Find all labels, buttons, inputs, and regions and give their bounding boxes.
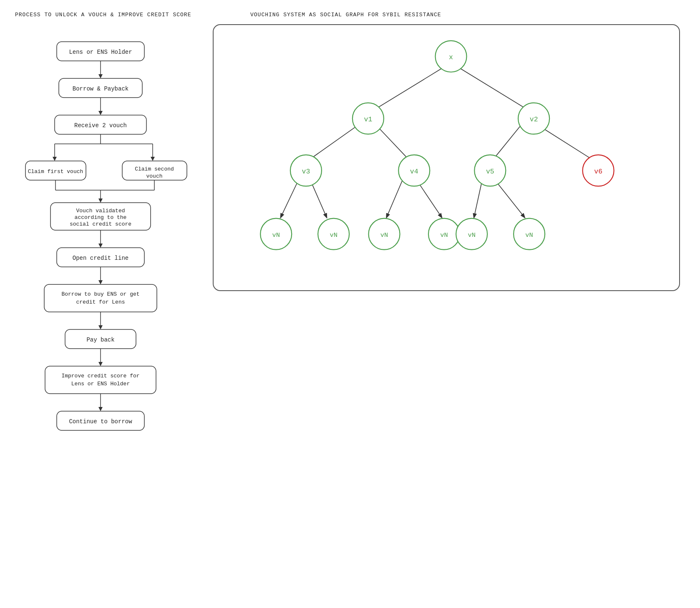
svg-text:v6: v6: [594, 168, 602, 176]
right-title: VOUCHING SYSTEM AS SOCIAL GRAPH FOR SYBI…: [250, 12, 441, 18]
svg-rect-28: [50, 203, 151, 230]
svg-line-65: [495, 180, 525, 217]
svg-text:v1: v1: [364, 116, 372, 123]
svg-text:Continue to borrow: Continue to borrow: [69, 418, 132, 425]
svg-text:vN: vN: [380, 231, 388, 239]
svg-line-61: [310, 181, 327, 217]
svg-marker-7: [98, 111, 103, 115]
flowchart-svg: Lens or ENS Holder Borrow & Payback Rece…: [15, 25, 207, 600]
svg-line-62: [387, 180, 403, 217]
svg-text:vouch: vouch: [146, 173, 162, 179]
svg-text:v2: v2: [530, 116, 538, 123]
svg-text:Claim second: Claim second: [135, 166, 174, 172]
svg-rect-47: [45, 366, 156, 394]
social-graph-svg: x v1 v2 v3 v4 v5 v6 vN vN vN vN vN vN: [213, 24, 680, 291]
svg-marker-37: [98, 280, 103, 284]
svg-text:v4: v4: [410, 168, 418, 176]
svg-marker-13: [53, 157, 57, 161]
svg-line-59: [539, 126, 594, 161]
svg-rect-34: [57, 248, 144, 267]
svg-marker-42: [98, 325, 103, 329]
svg-rect-19: [122, 161, 187, 180]
svg-text:Receive 2 vouch: Receive 2 vouch: [74, 122, 127, 129]
svg-marker-3: [98, 74, 103, 78]
svg-rect-17: [25, 161, 86, 180]
svg-rect-8: [55, 115, 146, 134]
svg-text:Open credit line: Open credit line: [73, 255, 128, 261]
svg-rect-52: [57, 411, 144, 430]
svg-line-54: [373, 65, 446, 111]
svg-text:v5: v5: [486, 168, 494, 176]
svg-marker-51: [98, 407, 103, 411]
svg-line-58: [492, 126, 520, 161]
svg-line-55: [456, 65, 529, 111]
svg-line-56: [308, 125, 359, 161]
svg-text:social credit score: social credit score: [70, 221, 131, 227]
left-title: PROCESS TO UNLOCK A VOUCH & IMPROVE CRED…: [15, 12, 191, 18]
svg-text:Lens or ENS Holder: Lens or ENS Holder: [69, 49, 132, 55]
svg-rect-38: [44, 284, 157, 312]
svg-text:Borrow to buy ENS or get: Borrow to buy ENS or get: [61, 291, 139, 297]
svg-text:x: x: [449, 53, 453, 61]
svg-rect-0: [57, 42, 144, 61]
svg-text:Pay back: Pay back: [86, 337, 114, 343]
svg-rect-43: [65, 329, 136, 349]
svg-text:Vouch validated: Vouch validated: [76, 208, 125, 214]
svg-text:vN: vN: [272, 231, 280, 239]
svg-marker-16: [151, 157, 155, 161]
svg-marker-27: [98, 198, 103, 203]
svg-line-64: [474, 180, 482, 217]
svg-line-57: [377, 126, 409, 161]
svg-text:Claim first vouch: Claim first vouch: [28, 168, 83, 175]
svg-text:vN: vN: [440, 231, 448, 239]
svg-text:vN: vN: [468, 231, 476, 239]
svg-text:vN: vN: [525, 231, 533, 239]
svg-text:vN: vN: [330, 231, 337, 239]
svg-text:v3: v3: [302, 168, 310, 176]
svg-rect-4: [59, 78, 142, 98]
svg-text:credit for Lens: credit for Lens: [76, 299, 125, 305]
svg-marker-46: [98, 362, 103, 366]
svg-marker-33: [98, 244, 103, 248]
svg-text:according to the: according to the: [75, 214, 127, 221]
svg-text:Borrow & Payback: Borrow & Payback: [73, 85, 128, 92]
svg-line-60: [281, 179, 299, 218]
svg-text:Lens or ENS Holder: Lens or ENS Holder: [71, 381, 130, 387]
svg-text:Improve credit score for: Improve credit score for: [61, 373, 139, 379]
